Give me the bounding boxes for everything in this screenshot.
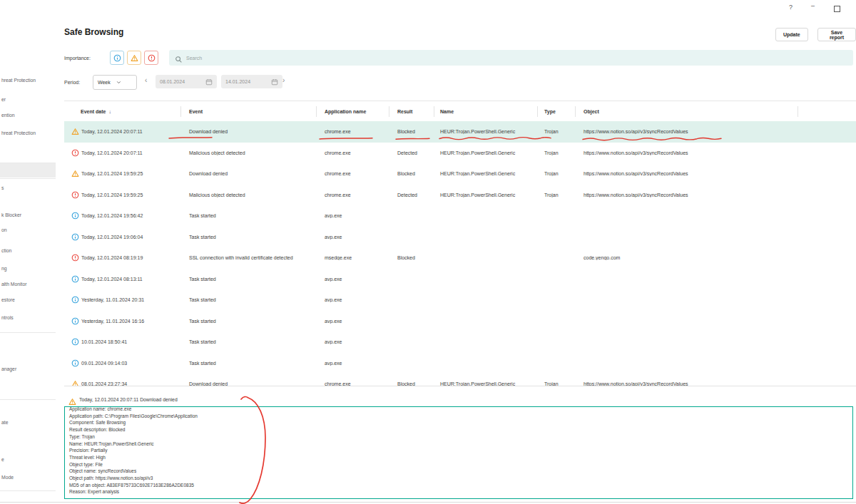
column-event-date[interactable]: Event date ↓ bbox=[64, 101, 180, 122]
period-label: Period: bbox=[64, 80, 80, 85]
cell-event: Task started bbox=[180, 339, 316, 344]
calendar-icon bbox=[271, 78, 278, 86]
maximize-icon[interactable] bbox=[834, 6, 840, 12]
sidebar-item[interactable]: e bbox=[1, 457, 4, 462]
cell-object: https://www.notion.so/api/v3/syncRecordV… bbox=[575, 171, 798, 176]
cell-event: Malicious object detected bbox=[180, 150, 316, 155]
sidebar-item[interactable]: estore bbox=[1, 297, 15, 302]
next-period-button[interactable]: › bbox=[282, 76, 285, 84]
cell-event: Task started bbox=[180, 213, 316, 218]
chevron-down-icon bbox=[116, 80, 121, 85]
calendar-icon bbox=[205, 78, 213, 86]
sidebar-item[interactable]: s bbox=[1, 185, 4, 190]
detail-header: Today, 12.01.2024 20:07:11 Download deni… bbox=[79, 397, 178, 402]
search-box[interactable] bbox=[169, 50, 853, 66]
column-event[interactable]: Event bbox=[180, 101, 316, 122]
table-row[interactable]: 09.01.2024 09:14:03Task startedavp.exe bbox=[64, 353, 856, 374]
cell-result: Detected bbox=[389, 150, 434, 155]
sidebar-item[interactable]: ate bbox=[1, 420, 8, 425]
window-bottom-edge bbox=[0, 502, 856, 503]
event-date: Today, 12.01.2024 19:56:42 bbox=[81, 213, 143, 218]
event-date: Yesterday, 11.01.2024 16:16 bbox=[81, 319, 144, 324]
column-label: Object bbox=[584, 109, 599, 114]
sidebar-item[interactable]: ention bbox=[1, 113, 15, 118]
prev-period-button[interactable]: ‹ bbox=[145, 76, 147, 84]
cell-app: avp.exe bbox=[316, 297, 389, 302]
sidebar-item[interactable]: er bbox=[1, 97, 6, 102]
column-name[interactable]: Name bbox=[434, 101, 537, 122]
column-application-name[interactable]: Application name bbox=[316, 101, 389, 122]
cell-event: Task started bbox=[180, 361, 316, 366]
importance-label: Importance: bbox=[64, 56, 91, 61]
help-icon[interactable]: ? bbox=[789, 4, 793, 11]
sidebar-item[interactable]: hreat Protection bbox=[1, 130, 36, 135]
table-row[interactable]: Yesterday, 11.01.2024 20:31Task starteda… bbox=[64, 289, 856, 311]
cell-event: Task started bbox=[180, 319, 316, 324]
column-object[interactable]: Object bbox=[575, 101, 798, 122]
importance-info-button[interactable] bbox=[110, 51, 124, 65]
sidebar-item-selected[interactable] bbox=[0, 163, 56, 178]
critical-icon bbox=[71, 191, 79, 199]
detail-line: Name: HEUR:Trojan.PowerShell.Generic bbox=[69, 441, 848, 448]
cell-result: Detected bbox=[389, 192, 434, 197]
sidebar-item[interactable]: on bbox=[1, 227, 7, 232]
date-from-chip[interactable]: 08.01.2024 bbox=[156, 75, 217, 88]
search-input[interactable] bbox=[169, 50, 853, 66]
sidebar-item[interactable]: ntrols bbox=[1, 315, 14, 320]
sidebar-item[interactable]: hreat Protection bbox=[1, 78, 36, 83]
detail-line: Threat level: High bbox=[69, 454, 848, 461]
event-date: Today, 12.01.2024 08:19:19 bbox=[81, 255, 143, 260]
importance-critical-button[interactable] bbox=[144, 51, 158, 65]
sidebar-item[interactable]: ng bbox=[1, 266, 7, 271]
cell-app: chrome.exe bbox=[316, 171, 389, 176]
column-label: Event bbox=[189, 109, 203, 114]
event-date: Today, 12.01.2024 19:59:25 bbox=[81, 171, 143, 176]
table-row[interactable]: Today, 12.01.2024 19:56:42Task startedav… bbox=[64, 205, 856, 227]
sidebar-item[interactable]: anager bbox=[1, 366, 16, 371]
period-select[interactable]: Week bbox=[93, 75, 137, 90]
cell-result: Blocked bbox=[389, 129, 434, 134]
date-to-value: 14.01.2024 bbox=[225, 79, 250, 84]
event-date: Today, 12.01.2024 19:06:04 bbox=[81, 235, 143, 240]
cell-app: msedge.exe bbox=[316, 255, 389, 260]
column-type[interactable]: Type bbox=[537, 101, 575, 122]
cell-result: Blocked bbox=[389, 171, 434, 176]
table-row[interactable]: Today, 12.01.2024 20:07:11Download denie… bbox=[64, 121, 856, 143]
cell-type: Trojan bbox=[537, 192, 575, 197]
detail-panel[interactable]: Application name: chrome.exeApplication … bbox=[64, 406, 853, 499]
safe-browsing-window: « ? – hreat Protectionerentionhreat Prot… bbox=[0, 0, 856, 504]
table-row[interactable]: Today, 12.01.2024 19:59:25Malicious obje… bbox=[64, 185, 856, 206]
table-row[interactable]: 10.01.2024 18:50:41Task startedavp.exe bbox=[64, 331, 856, 353]
sidebar-item[interactable]: ction bbox=[1, 248, 11, 253]
table-row[interactable]: Today, 12.01.2024 19:06:04Task startedav… bbox=[64, 227, 856, 248]
table-row[interactable]: Today, 12.01.2024 19:59:25Download denie… bbox=[64, 163, 856, 185]
event-date: 10.01.2024 18:50:41 bbox=[81, 339, 127, 344]
sidebar-item[interactable]: k Blocker bbox=[1, 212, 21, 217]
cell-object: code.yengo.com bbox=[575, 255, 798, 260]
info-icon bbox=[71, 233, 79, 241]
importance-warning-button[interactable] bbox=[127, 51, 141, 65]
sidebar-item[interactable]: Mode bbox=[1, 475, 14, 480]
detail-line: Application path: C:\Program Files\Googl… bbox=[69, 413, 848, 420]
table-row[interactable]: 08.01.2024 23:27:34Download deniedchrome… bbox=[64, 374, 856, 386]
detail-line: Object name: syncRecordValues bbox=[69, 468, 848, 475]
column-result[interactable]: Result bbox=[389, 101, 434, 122]
sidebar-item[interactable]: alth Monitor bbox=[1, 282, 27, 287]
update-button[interactable]: Update bbox=[775, 28, 808, 41]
detail-line: Application name: chrome.exe bbox=[69, 406, 848, 413]
table-header: Event date ↓ Event Application name Resu… bbox=[64, 101, 856, 123]
page-title: Safe Browsing bbox=[64, 27, 123, 37]
detail-line: Result description: Blocked bbox=[69, 426, 848, 433]
minimize-icon[interactable]: – bbox=[811, 2, 815, 9]
table-row[interactable]: Yesterday, 11.01.2024 16:16Task starteda… bbox=[64, 311, 856, 332]
date-to-chip[interactable]: 14.01.2024 bbox=[221, 75, 282, 88]
table-row[interactable]: Today, 12.01.2024 20:07:11Malicious obje… bbox=[64, 143, 856, 164]
column-label: Event date bbox=[81, 109, 106, 114]
save-report-button[interactable]: Save report bbox=[817, 28, 856, 41]
cell-event: Malicious object detected bbox=[180, 192, 316, 197]
cell-app: avp.exe bbox=[316, 319, 389, 324]
sort-desc-icon[interactable]: ↓ bbox=[108, 109, 111, 114]
info-icon bbox=[71, 359, 79, 367]
table-row[interactable]: Today, 12.01.2024 08:19:19SSL connection… bbox=[64, 247, 856, 269]
table-row[interactable]: Today, 12.01.2024 08:13:11Task startedav… bbox=[64, 269, 856, 290]
